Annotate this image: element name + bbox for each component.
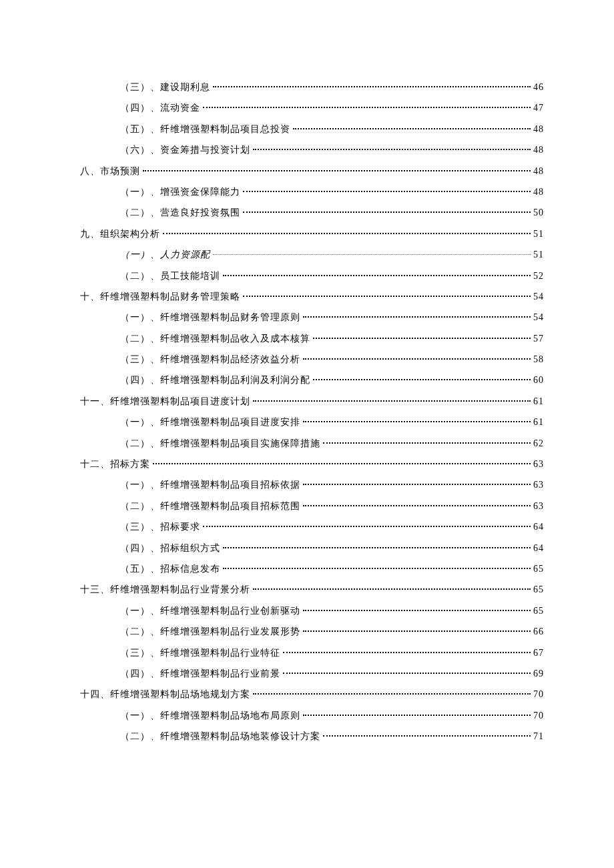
toc-label: 十三、纤维增强塑料制品行业背景分析 (80, 582, 250, 597)
toc-entry: （三）、招标要求64 (120, 520, 544, 534)
toc-page-number: 62 (533, 436, 544, 451)
toc-page-number: 70 (533, 709, 544, 723)
toc-page-number: 64 (533, 520, 544, 534)
toc-label: 十一、纤维增强塑料制品项目进度计划 (80, 394, 250, 409)
toc-label: （二）、纤维增强塑料制品行业发展形势 (120, 624, 300, 639)
toc-page-number: 65 (533, 604, 544, 618)
toc-page-number: 63 (533, 478, 544, 492)
toc-leader-dots (203, 526, 531, 527)
toc-page-number: 54 (533, 310, 544, 325)
toc-leader-dots (243, 191, 531, 192)
toc-leader-dots (303, 421, 531, 422)
toc-page-number: 71 (533, 729, 544, 744)
toc-leader-dots (283, 673, 531, 674)
toc-entry: （二）、纤维增强塑料制品项目招标范围63 (120, 499, 544, 514)
toc-leader-dots (253, 588, 531, 590)
toc-label: 八、市场预测 (80, 164, 140, 179)
toc-leader-dots (283, 652, 531, 653)
toc-entry: 十二、招标方案63 (80, 457, 544, 472)
toc-label: （四）、纤维增强塑料制品行业前景 (120, 667, 280, 681)
toc-label: （一）、纤维增强塑料制品项目招标依据 (120, 478, 300, 492)
toc-page-number: 57 (533, 332, 544, 346)
toc-entry: （一）、纤维增强塑料制品财务管理原则54 (120, 310, 544, 325)
toc-page-number: 48 (533, 143, 544, 157)
toc-entry: （一）、纤维增强塑料制品行业创新驱动65 (120, 604, 544, 618)
toc-page-number: 52 (533, 269, 544, 284)
toc-page-number: 47 (533, 101, 544, 115)
toc-entry: （一）、纤维增强塑料制品项目招标依据63 (120, 478, 544, 492)
toc-label: （一）、增强资金保障能力 (120, 185, 240, 199)
toc-page-number: 65 (533, 562, 544, 576)
toc-entry: （三）、纤维增强塑料制品行业特征67 (120, 646, 544, 661)
toc-page-number: 51 (533, 248, 544, 262)
toc-leader-dots (303, 505, 531, 506)
toc-page-number: 48 (533, 164, 544, 179)
toc-leader-dots (313, 379, 531, 380)
toc-entry: （四）、纤维增强塑料制品利润及利润分配60 (120, 373, 544, 388)
toc-label: 十四、纤维增强塑料制品场地规划方案 (80, 687, 250, 702)
toc-leader-dots (213, 86, 531, 87)
toc-label: 十、纤维增强塑料制品财务管理策略 (80, 290, 240, 304)
toc-page-number: 63 (533, 457, 544, 472)
toc-entry: （二）、纤维增强塑料制品行业发展形势66 (120, 624, 544, 639)
toc-leader-dots (253, 400, 531, 402)
toc-leader-dots (323, 442, 531, 444)
toc-label: （四）、纤维增强塑料制品利润及利润分配 (120, 373, 310, 388)
toc-page-number: 58 (533, 352, 544, 367)
toc-label: （三）、建设期利息 (120, 80, 210, 95)
toc-leader-dots (143, 170, 531, 171)
toc-entry: （三）、纤维增强塑料制品经济效益分析58 (120, 352, 544, 367)
toc-page-number: 67 (533, 646, 544, 661)
toc-page-number: 69 (533, 667, 544, 681)
toc-leader-dots (323, 735, 531, 737)
toc-leader-dots (243, 211, 531, 213)
toc-label: （三）、招标要求 (120, 520, 200, 534)
toc-container: （三）、建设期利息46（四）、流动资金47（五）、纤维增强塑料制品项目总投资48… (80, 80, 544, 745)
toc-label: （二）、纤维增强塑料制品场地装修设计方案 (120, 729, 320, 744)
toc-entry: 十、纤维增强塑料制品财务管理策略54 (80, 290, 544, 304)
toc-page-number: 66 (533, 624, 544, 639)
toc-leader-dots (153, 463, 531, 464)
toc-page-number: 48 (533, 185, 544, 199)
toc-entry: （五）、纤维增强塑料制品项目总投资48 (120, 122, 544, 137)
toc-page-number: 51 (533, 227, 544, 242)
toc-label: （四）、招标组织方式 (120, 541, 220, 556)
toc-entry: （二）、纤维增强塑料制品项目实施保障措施62 (120, 436, 544, 451)
toc-leader-dots (213, 254, 531, 255)
toc-leader-dots (163, 233, 531, 234)
toc-label: （五）、纤维增强塑料制品项目总投资 (120, 122, 290, 137)
toc-leader-dots (303, 484, 531, 485)
toc-leader-dots (303, 358, 531, 360)
toc-label: （五）、招标信息发布 (120, 562, 220, 576)
toc-entry: （四）、纤维增强塑料制品行业前景69 (120, 667, 544, 681)
toc-leader-dots (223, 275, 531, 276)
toc-page-number: 61 (533, 415, 544, 430)
toc-entry: 十三、纤维增强塑料制品行业背景分析65 (80, 582, 544, 597)
toc-label: （二）、纤维增强塑料制品收入及成本核算 (120, 332, 310, 346)
toc-page-number: 50 (533, 205, 544, 220)
toc-label: （二）、纤维增强塑料制品项目招标范围 (120, 499, 300, 514)
toc-label: 九、组织架构分析 (80, 227, 160, 242)
toc-leader-dots (303, 715, 531, 716)
toc-entry: （二）、营造良好投资氛围50 (120, 205, 544, 220)
toc-leader-dots (203, 107, 531, 108)
toc-leader-dots (303, 316, 531, 318)
toc-leader-dots (223, 568, 531, 569)
toc-entry: （六）、资金筹措与投资计划48 (120, 143, 544, 157)
toc-label: （四）、流动资金 (120, 101, 200, 115)
toc-leader-dots (303, 610, 531, 611)
toc-label: （六）、资金筹措与投资计划 (120, 143, 250, 157)
toc-entry: 九、组织架构分析51 (80, 227, 544, 242)
toc-entry: （一）、增强资金保障能力48 (120, 185, 544, 199)
toc-page-number: 54 (533, 290, 544, 304)
toc-label: （三）、纤维增强塑料制品经济效益分析 (120, 352, 300, 367)
toc-label: （一）、人力资源配 (120, 248, 210, 262)
toc-page-number: 65 (533, 582, 544, 597)
toc-page-number: 46 (533, 80, 544, 95)
toc-label: （二）、员工技能培训 (120, 269, 220, 284)
toc-label: （三）、纤维增强塑料制品行业特征 (120, 646, 280, 661)
toc-leader-dots (313, 338, 531, 339)
toc-label: （一）、纤维增强塑料制品项目进度安排 (120, 415, 300, 430)
toc-page-number: 61 (533, 394, 544, 409)
toc-entry: （五）、招标信息发布65 (120, 562, 544, 576)
